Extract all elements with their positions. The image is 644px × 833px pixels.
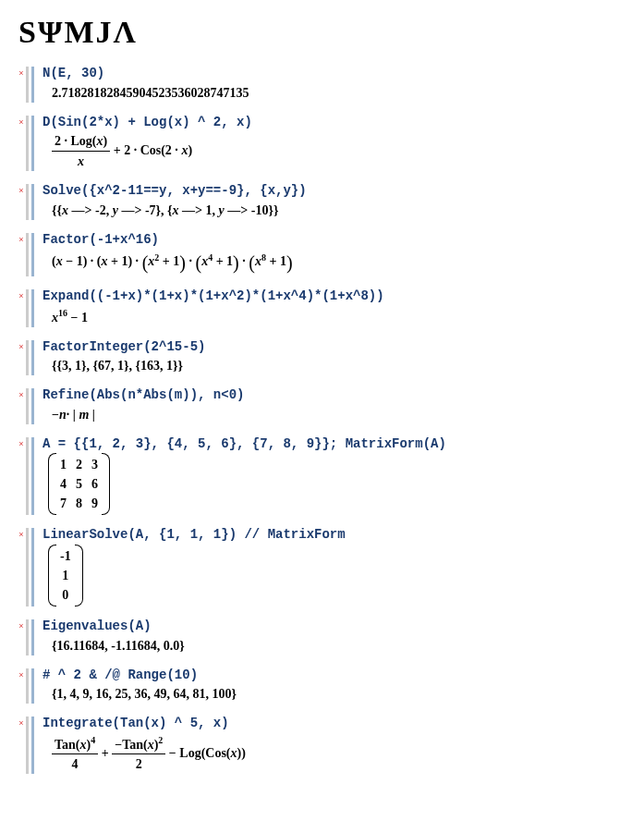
- close-icon[interactable]: ×: [17, 524, 26, 610]
- cell-input[interactable]: Factor(-1+x^16): [43, 231, 624, 250]
- cell-output: 2 · Log(x)x + 2 · Cos(2 · x): [43, 131, 624, 171]
- cell-output: −n· | m |: [43, 405, 624, 424]
- cell-content: Refine(Abs(n*Abs(m)), n<0)−n· | m |: [37, 385, 627, 428]
- notebook-cell: ×LinearSolve(A, {1, 1, 1}) // MatrixForm…: [17, 524, 627, 610]
- close-icon[interactable]: ×: [17, 286, 26, 330]
- cell-input[interactable]: N(E, 30): [43, 65, 624, 83]
- close-icon[interactable]: ×: [17, 337, 26, 380]
- cell-output: {{x —> -2, y —> -7}, {x —> 1, y —> -10}}: [43, 201, 624, 220]
- close-icon[interactable]: ×: [17, 112, 26, 176]
- notebook-cell: ×Refine(Abs(n*Abs(m)), n<0)−n· | m |: [17, 385, 627, 428]
- app-logo: SΨMJΛ: [18, 15, 627, 50]
- cell-output: 123456789: [43, 453, 624, 515]
- cell-bracket[interactable]: [31, 233, 34, 277]
- cell-outer-bracket: [26, 67, 29, 103]
- cell-outer-bracket: [26, 340, 29, 376]
- cell-content: Factor(-1+x^16)(x − 1) · (x + 1) · (x2 +…: [37, 229, 627, 281]
- cell-input[interactable]: Solve({x^2-11==y, x+y==-9}, {x,y}): [43, 182, 624, 201]
- cell-input[interactable]: # ^ 2 & /@ Range(10): [43, 667, 624, 685]
- cell-content: Expand((-1+x)*(1+x)*(1+x^2)*(1+x^4)*(1+x…: [37, 286, 627, 330]
- notebook-cell: ×D(Sin(2*x) + Log(x) ^ 2, x)2 · Log(x)x …: [17, 112, 627, 176]
- notebook-cell: ×Expand((-1+x)*(1+x)*(1+x^2)*(1+x^4)*(1+…: [17, 286, 627, 330]
- cell-outer-bracket: [26, 668, 29, 704]
- close-icon[interactable]: ×: [17, 385, 26, 428]
- cell-bracket[interactable]: [31, 619, 34, 655]
- cell-input[interactable]: Expand((-1+x)*(1+x)*(1+x^2)*(1+x^4)*(1+x…: [43, 288, 624, 306]
- close-icon[interactable]: ×: [17, 63, 26, 106]
- cell-output: {1, 4, 9, 16, 25, 36, 49, 64, 81, 100}: [43, 684, 624, 704]
- cell-outer-bracket: [26, 184, 29, 220]
- cell-bracket[interactable]: [31, 437, 34, 516]
- cell-content: Eigenvalues(A){16.11684, -1.11684, 0.0}: [37, 616, 627, 659]
- cell-outer-bracket: [26, 233, 29, 277]
- close-icon[interactable]: ×: [17, 616, 26, 659]
- cell-bracket[interactable]: [31, 388, 34, 424]
- notebook-cell: ×Solve({x^2-11==y, x+y==-9}, {x,y}){{x —…: [17, 180, 627, 224]
- cell-bracket[interactable]: [31, 340, 34, 376]
- cell-output: {{3, 1}, {67, 1}, {163, 1}}: [43, 356, 624, 375]
- cell-input[interactable]: A = {{1, 2, 3}, {4, 5, 6}, {7, 8, 9}}; M…: [43, 435, 624, 454]
- close-icon[interactable]: ×: [17, 713, 26, 778]
- cell-bracket[interactable]: [31, 528, 34, 606]
- cell-bracket[interactable]: [31, 668, 34, 704]
- cell-input[interactable]: FactorInteger(2^15-5): [43, 338, 624, 357]
- cell-bracket[interactable]: [31, 184, 34, 220]
- close-icon[interactable]: ×: [17, 229, 26, 281]
- cell-bracket[interactable]: [31, 67, 34, 103]
- cell-content: Solve({x^2-11==y, x+y==-9}, {x,y}){{x —>…: [37, 180, 627, 224]
- cell-output: (x − 1) · (x + 1) · (x2 + 1) · (x4 + 1) …: [43, 249, 624, 276]
- cell-bracket[interactable]: [31, 116, 34, 172]
- cells-container: ×N(E, 30)2.71828182845904523536028747135…: [17, 63, 627, 778]
- notebook-cell: ×A = {{1, 2, 3}, {4, 5, 6}, {7, 8, 9}}; …: [17, 434, 627, 520]
- cell-bracket[interactable]: [31, 289, 34, 326]
- notebook-cell: ×Integrate(Tan(x) ^ 5, x)Tan(x)44 + −Tan…: [17, 713, 627, 778]
- cell-content: # ^ 2 & /@ Range(10){1, 4, 9, 16, 25, 36…: [37, 665, 627, 708]
- cell-content: LinearSolve(A, {1, 1, 1}) // MatrixForm-…: [37, 524, 627, 610]
- close-icon[interactable]: ×: [17, 665, 26, 708]
- cell-content: A = {{1, 2, 3}, {4, 5, 6}, {7, 8, 9}}; M…: [37, 434, 627, 520]
- close-icon[interactable]: ×: [17, 434, 26, 520]
- cell-output: 2.71828182845904523536028747135: [43, 83, 624, 103]
- cell-outer-bracket: [26, 437, 29, 516]
- cell-input[interactable]: D(Sin(2*x) + Log(x) ^ 2, x): [43, 114, 624, 132]
- cell-input[interactable]: Eigenvalues(A): [43, 618, 624, 636]
- cell-input[interactable]: Refine(Abs(n*Abs(m)), n<0): [43, 386, 624, 405]
- cell-output: {16.11684, -1.11684, 0.0}: [43, 636, 624, 655]
- notebook-cell: ×N(E, 30)2.71828182845904523536028747135: [17, 63, 627, 106]
- cell-outer-bracket: [26, 528, 29, 606]
- cell-outer-bracket: [26, 289, 29, 326]
- cell-content: Integrate(Tan(x) ^ 5, x)Tan(x)44 + −Tan(…: [37, 713, 627, 778]
- close-icon[interactable]: ×: [17, 180, 26, 224]
- cell-content: D(Sin(2*x) + Log(x) ^ 2, x)2 · Log(x)x +…: [37, 112, 627, 176]
- cell-output: Tan(x)44 + −Tan(x)22 − Log(Cos(x)): [43, 733, 624, 775]
- cell-outer-bracket: [26, 388, 29, 424]
- cell-input[interactable]: LinearSolve(A, {1, 1, 1}) // MatrixForm: [43, 526, 624, 545]
- cell-outer-bracket: [26, 116, 29, 172]
- cell-input[interactable]: Integrate(Tan(x) ^ 5, x): [43, 715, 624, 733]
- notebook-cell: ×FactorInteger(2^15-5){{3, 1}, {67, 1}, …: [17, 337, 627, 380]
- cell-bracket[interactable]: [31, 717, 34, 774]
- cell-output: x16 − 1: [43, 306, 624, 327]
- notebook-cell: ×Factor(-1+x^16)(x − 1) · (x + 1) · (x2 …: [17, 229, 627, 281]
- cell-outer-bracket: [26, 619, 29, 655]
- cell-output: -110: [43, 545, 624, 606]
- notebook-cell: ×# ^ 2 & /@ Range(10){1, 4, 9, 16, 25, 3…: [17, 665, 627, 708]
- cell-content: N(E, 30)2.71828182845904523536028747135: [37, 63, 627, 106]
- cell-content: FactorInteger(2^15-5){{3, 1}, {67, 1}, {…: [37, 337, 627, 380]
- cell-outer-bracket: [26, 717, 29, 774]
- notebook-cell: ×Eigenvalues(A){16.11684, -1.11684, 0.0}: [17, 616, 627, 659]
